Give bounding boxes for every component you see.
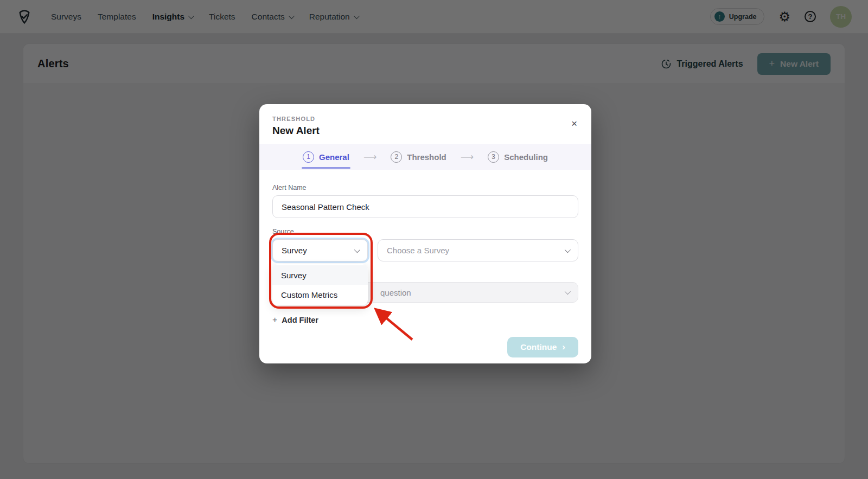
plus-icon: + [272,315,277,325]
step-number: 3 [488,151,499,163]
alert-name-label: Alert Name [272,184,578,191]
step-label: Threshold [407,152,446,162]
continue-label: Continue [520,342,557,352]
survey-placeholder: Choose a Survey [387,246,449,255]
modal-eyebrow: THRESHOLD [272,116,578,122]
close-icon[interactable]: × [571,118,577,129]
source-dropdown-menu: Survey Custom Metrics [272,264,368,305]
chevron-down-icon [565,289,571,295]
step-number: 1 [303,151,314,163]
dropdown-option-custom-metrics[interactable]: Custom Metrics [272,285,368,304]
step-general[interactable]: 1 General [303,151,349,163]
source-label: Source [272,228,578,235]
step-threshold[interactable]: 2 Threshold [391,151,446,163]
step-scheduling[interactable]: 3 Scheduling [488,151,548,163]
step-number: 2 [391,151,402,163]
source-type-select[interactable]: Survey [272,239,368,261]
modal-header: THRESHOLD New Alert × [259,104,591,144]
step-arrow-icon: ⟶ [363,151,376,163]
new-alert-modal: THRESHOLD New Alert × 1 General ⟶ 2 Thre… [259,104,591,363]
step-label: General [319,152,349,162]
source-type-value: Survey [282,246,307,255]
chevron-down-icon [354,246,360,252]
continue-button[interactable]: Continue › [507,337,578,357]
source-row: Survey Choose a Survey [272,239,578,261]
add-filter-label: Add Filter [282,316,318,324]
chevron-right-icon: › [562,342,565,353]
dropdown-option-survey[interactable]: Survey [272,265,368,285]
modal-title: New Alert [272,125,578,137]
modal-footer: Continue › [259,325,591,369]
active-step-underline [302,167,350,169]
stepper: 1 General ⟶ 2 Threshold ⟶ 3 Scheduling [259,144,591,170]
step-arrow-icon: ⟶ [461,151,474,163]
step-label: Scheduling [504,152,548,162]
add-filter-button[interactable]: + Add Filter [272,315,578,325]
chevron-down-icon [565,246,571,252]
choose-survey-select[interactable]: Choose a Survey [378,239,578,261]
screen: Surveys Templates Insights Tickets Conta… [0,0,868,479]
alert-name-input[interactable] [272,195,578,218]
